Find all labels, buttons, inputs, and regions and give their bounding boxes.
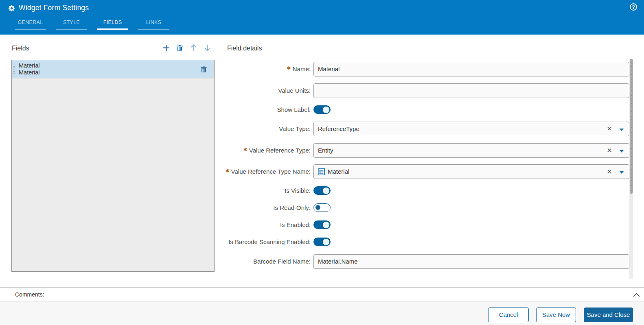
svg-text:?: ? xyxy=(632,4,635,10)
